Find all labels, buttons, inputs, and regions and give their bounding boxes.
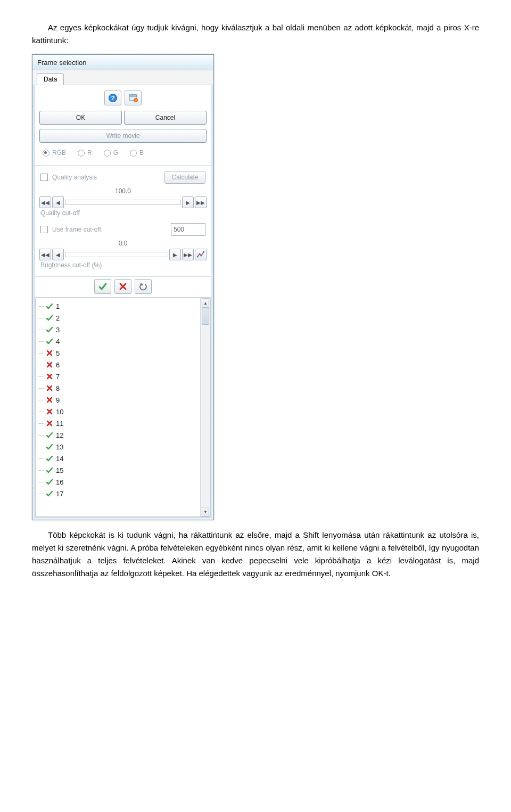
check-icon <box>45 455 54 462</box>
radio-b[interactable]: B <box>130 149 144 157</box>
paragraph-1: Az egyes képkockákat úgy tudjuk kivágni,… <box>32 21 479 47</box>
rewind-icon[interactable]: ◀◀ <box>39 249 51 260</box>
check-icon <box>45 338 54 345</box>
write-movie-button[interactable]: Write movie <box>39 129 207 143</box>
quality-analysis-checkbox[interactable] <box>40 174 48 181</box>
frame-list-item[interactable]: ┈┈5 <box>37 347 199 359</box>
tree-branch-icon: ┈┈ <box>38 374 43 380</box>
accept-frame-button[interactable] <box>94 279 111 294</box>
scrollbar[interactable]: ▲ ▼ <box>200 298 210 516</box>
quality-slider[interactable]: ◀◀ ◀ ▶ ▶▶ <box>38 196 208 208</box>
frame-number: 10 <box>56 408 63 416</box>
cancel-button[interactable]: Cancel <box>124 111 207 125</box>
cross-icon <box>45 396 54 404</box>
frame-number: 13 <box>56 443 63 451</box>
step-back-icon[interactable]: ◀ <box>52 249 64 260</box>
frame-list-item[interactable]: ┈┈9 <box>37 394 199 406</box>
tree-branch-icon: ┈┈ <box>38 409 43 415</box>
frame-list[interactable]: ┈┈1┈┈2┈┈3┈┈4┈┈5┈┈6┈┈7┈┈8┈┈9┈┈10┈┈11┈┈12┈… <box>36 298 200 516</box>
calculate-button[interactable]: Calculate <box>164 171 205 184</box>
frame-list-item[interactable]: ┈┈1 <box>37 300 199 312</box>
tab-data[interactable]: Data <box>37 73 64 85</box>
step-forward-icon[interactable]: ▶ <box>182 196 194 208</box>
frame-cutoff-input[interactable]: 500 <box>171 223 205 236</box>
frame-list-item[interactable]: ┈┈16 <box>37 476 199 488</box>
scroll-up-icon[interactable]: ▲ <box>202 298 209 308</box>
graph-icon[interactable] <box>195 249 207 260</box>
tree-branch-icon: ┈┈ <box>38 386 43 391</box>
window-icon-button[interactable] <box>125 91 142 105</box>
brightness-cutoff-label: Brightness cut-off (%) <box>38 260 208 273</box>
frame-list-item[interactable]: ┈┈13 <box>37 441 199 453</box>
tree-branch-icon: ┈┈ <box>38 350 43 356</box>
frame-number: 8 <box>56 384 60 392</box>
reject-frame-button[interactable] <box>114 279 131 294</box>
fast-forward-icon[interactable]: ▶▶ <box>182 249 194 260</box>
scroll-down-icon[interactable]: ▼ <box>202 507 209 516</box>
cross-icon <box>45 361 54 368</box>
check-icon <box>98 282 108 291</box>
frame-list-item[interactable]: ┈┈2 <box>37 312 199 324</box>
tree-branch-icon: ┈┈ <box>38 397 43 403</box>
help-icon-button[interactable]: ? <box>104 91 121 105</box>
cross-icon <box>118 282 128 291</box>
radio-rgb[interactable]: RGB <box>43 149 66 157</box>
frame-number: 2 <box>56 314 60 322</box>
frame-number: 9 <box>56 396 60 404</box>
frame-list-item[interactable]: ┈┈3 <box>37 324 199 335</box>
fast-forward-icon[interactable]: ▶▶ <box>195 196 207 208</box>
frame-list-item[interactable]: ┈┈15 <box>37 464 199 476</box>
radio-g[interactable]: G <box>104 149 118 157</box>
tree-branch-icon: ┈┈ <box>38 339 43 345</box>
svg-rect-3 <box>129 95 137 96</box>
check-icon <box>45 314 54 322</box>
frame-number: 16 <box>56 478 63 486</box>
paragraph-2: Több képckokát is ki tudunk vágni, ha rá… <box>32 529 479 580</box>
radio-r[interactable]: R <box>78 149 92 157</box>
tree-branch-icon: ┈┈ <box>38 327 43 333</box>
frame-list-item[interactable]: ┈┈17 <box>37 488 199 499</box>
frame-number: 6 <box>56 361 60 369</box>
tree-branch-icon: ┈┈ <box>38 479 43 485</box>
slider-track[interactable] <box>65 200 181 205</box>
color-channel-radios: RGB R G B <box>38 146 208 162</box>
cross-icon <box>45 349 54 357</box>
titlebar: Frame selection <box>32 55 213 70</box>
frame-list-item[interactable]: ┈┈6 <box>37 359 199 371</box>
reset-button[interactable] <box>135 279 152 294</box>
frame-number: 14 <box>56 455 63 463</box>
use-frame-cutoff-checkbox[interactable] <box>40 226 48 233</box>
window-icon <box>128 93 138 103</box>
svg-point-7 <box>201 255 202 257</box>
frame-number: 12 <box>56 431 63 439</box>
frame-list-item[interactable]: ┈┈4 <box>37 335 199 347</box>
scroll-thumb[interactable] <box>202 308 209 325</box>
ok-button[interactable]: OK <box>39 111 122 125</box>
svg-text:?: ? <box>111 95 115 101</box>
tree-branch-icon: ┈┈ <box>38 432 43 438</box>
step-back-icon[interactable]: ◀ <box>52 196 64 208</box>
slider-track[interactable] <box>65 252 168 257</box>
use-frame-cutoff-label: Use frame cut-off: <box>52 226 103 233</box>
radio-icon <box>130 150 137 157</box>
check-icon <box>45 490 54 497</box>
frame-list-item[interactable]: ┈┈10 <box>37 406 199 417</box>
step-forward-icon[interactable]: ▶ <box>169 249 181 260</box>
tree-branch-icon: ┈┈ <box>38 491 43 497</box>
brightness-slider[interactable]: ◀◀ ◀ ▶ ▶▶ <box>38 249 208 260</box>
frame-list-item[interactable]: ┈┈11 <box>37 417 199 429</box>
tree-branch-icon: ┈┈ <box>38 315 43 321</box>
frame-number: 4 <box>56 338 60 346</box>
window-title: Frame selection <box>37 59 86 67</box>
check-icon <box>45 466 54 474</box>
frame-list-item[interactable]: ┈┈8 <box>37 382 199 394</box>
help-icon: ? <box>108 93 118 103</box>
rewind-icon[interactable]: ◀◀ <box>39 196 51 208</box>
cross-icon <box>45 384 54 392</box>
frame-number: 1 <box>56 302 60 310</box>
frame-list-item[interactable]: ┈┈14 <box>37 453 199 464</box>
check-icon <box>45 478 54 486</box>
radio-icon <box>104 150 111 157</box>
frame-list-item[interactable]: ┈┈12 <box>37 429 199 441</box>
frame-list-item[interactable]: ┈┈7 <box>37 371 199 382</box>
